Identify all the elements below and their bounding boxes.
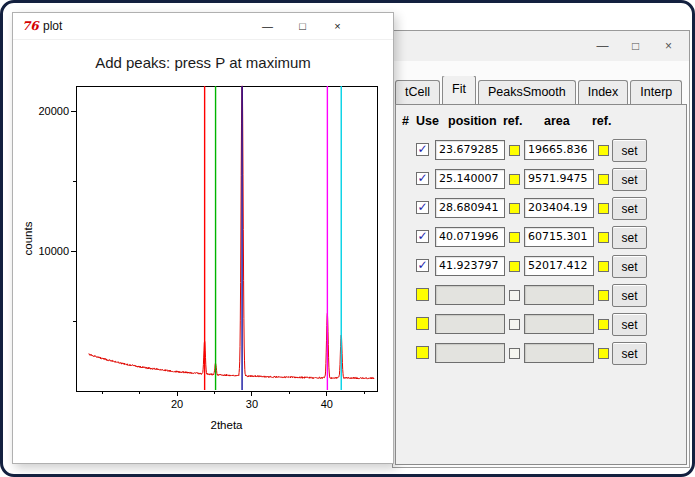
- x-axis-label: 2theta: [211, 419, 244, 431]
- table-row: ✓25.1400079571.9475set: [396, 165, 686, 194]
- close-icon[interactable]: ×: [320, 13, 355, 39]
- position-field[interactable]: 25.140007: [435, 169, 505, 189]
- position-field[interactable]: [435, 314, 505, 334]
- tab-fit[interactable]: Fit: [442, 76, 476, 104]
- position-field[interactable]: 40.071996: [435, 227, 505, 247]
- set-button[interactable]: set: [612, 197, 647, 220]
- screenshot-frame: — □ × tCellFitPeaksSmoothIndexInterp # U…: [0, 0, 695, 477]
- use-checkbox[interactable]: ✓: [416, 230, 429, 243]
- table-row: ✓41.92379752017.412set: [396, 252, 686, 281]
- position-refine-checkbox[interactable]: [509, 290, 520, 301]
- x-tick-label: 30: [246, 398, 258, 410]
- area-field[interactable]: 9571.9475: [524, 169, 594, 189]
- plot-window: 76 plot — □ × Add peaks: press P at maxi…: [12, 12, 394, 464]
- position-field[interactable]: 23.679285: [435, 140, 505, 160]
- xrd-plot[interactable]: 20304010000200002thetacounts: [18, 73, 390, 459]
- maximize-icon[interactable]: □: [285, 13, 320, 39]
- y-tick-label: 20000: [38, 105, 69, 117]
- plot-window-titlebar: 76 plot — □ ×: [13, 13, 393, 40]
- fit-window-titlebar: — □ ×: [393, 31, 689, 61]
- set-button[interactable]: set: [612, 342, 647, 365]
- use-checkbox[interactable]: [416, 288, 429, 301]
- use-checkbox[interactable]: [416, 346, 429, 359]
- table-header: # Use position ref. area ref.: [396, 105, 686, 135]
- use-checkbox[interactable]: ✓: [416, 172, 429, 185]
- col-header-area-ref: ref.: [592, 114, 611, 128]
- y-axis-label: counts: [22, 221, 34, 255]
- minimize-icon[interactable]: —: [586, 31, 619, 61]
- maximize-icon[interactable]: □: [619, 31, 652, 61]
- area-field[interactable]: [524, 343, 594, 363]
- area-field[interactable]: 203404.19: [524, 198, 594, 218]
- position-refine-checkbox[interactable]: [509, 232, 520, 243]
- table-row: set: [396, 281, 686, 310]
- plot-heading: Add peaks: press P at maximum: [13, 54, 393, 71]
- fit-window-body: tCellFitPeaksSmoothIndexInterp # Use pos…: [393, 61, 689, 467]
- area-field[interactable]: 60715.301: [524, 227, 594, 247]
- set-button[interactable]: set: [612, 255, 647, 278]
- col-header-position: position: [448, 114, 497, 128]
- position-field[interactable]: [435, 343, 505, 363]
- tk-feather-icon: 76: [22, 18, 39, 34]
- area-field[interactable]: 19665.836: [524, 140, 594, 160]
- position-field[interactable]: [435, 285, 505, 305]
- peak-rows: ✓23.67928519665.836set✓25.1400079571.947…: [396, 136, 686, 368]
- position-refine-checkbox[interactable]: [509, 319, 520, 330]
- minimize-icon[interactable]: —: [250, 13, 285, 39]
- position-refine-checkbox[interactable]: [509, 348, 520, 359]
- x-tick-label: 40: [321, 398, 333, 410]
- fit-window: — □ × tCellFitPeaksSmoothIndexInterp # U…: [392, 30, 690, 468]
- tab-interp[interactable]: Interp: [630, 80, 682, 104]
- plot-window-title: plot: [43, 13, 62, 39]
- col-header-position-ref: ref.: [503, 114, 522, 128]
- tab-bar: tCellFitPeaksSmoothIndexInterp: [395, 76, 689, 104]
- use-checkbox[interactable]: ✓: [416, 259, 429, 272]
- table-row: ✓40.07199660715.301set: [396, 223, 686, 252]
- position-refine-checkbox[interactable]: [509, 203, 520, 214]
- position-field[interactable]: 28.680941: [435, 198, 505, 218]
- area-refine-checkbox[interactable]: [598, 319, 609, 330]
- notebook-page: # Use position ref. area ref. ✓23.679285…: [395, 104, 687, 465]
- tab-index[interactable]: Index: [578, 80, 629, 104]
- tab-peakssmooth[interactable]: PeaksSmooth: [478, 80, 576, 104]
- use-checkbox[interactable]: [416, 317, 429, 330]
- plot-window-controls: — □ ×: [250, 13, 355, 39]
- table-row: set: [396, 339, 686, 368]
- area-field[interactable]: 52017.412: [524, 256, 594, 276]
- area-refine-checkbox[interactable]: [598, 203, 609, 214]
- table-row: set: [396, 310, 686, 339]
- close-icon[interactable]: ×: [652, 31, 685, 61]
- area-refine-checkbox[interactable]: [598, 290, 609, 301]
- area-refine-checkbox[interactable]: [598, 232, 609, 243]
- area-refine-checkbox[interactable]: [598, 174, 609, 185]
- position-refine-checkbox[interactable]: [509, 174, 520, 185]
- set-button[interactable]: set: [612, 168, 647, 191]
- set-button[interactable]: set: [612, 139, 647, 162]
- col-header-number: #: [402, 114, 409, 128]
- table-row: ✓23.67928519665.836set: [396, 136, 686, 165]
- area-field[interactable]: [524, 314, 594, 334]
- position-refine-checkbox[interactable]: [509, 145, 520, 156]
- area-refine-checkbox[interactable]: [598, 261, 609, 272]
- set-button[interactable]: set: [612, 284, 647, 307]
- position-field[interactable]: 41.923797: [435, 256, 505, 276]
- use-checkbox[interactable]: ✓: [416, 143, 429, 156]
- use-checkbox[interactable]: ✓: [416, 201, 429, 214]
- plot-area: [76, 86, 377, 391]
- table-row: ✓28.680941203404.19set: [396, 194, 686, 223]
- y-tick-label: 10000: [38, 245, 69, 257]
- set-button[interactable]: set: [612, 313, 647, 336]
- area-refine-checkbox[interactable]: [598, 145, 609, 156]
- position-refine-checkbox[interactable]: [509, 261, 520, 272]
- area-field[interactable]: [524, 285, 594, 305]
- col-header-use: Use: [416, 114, 439, 128]
- set-button[interactable]: set: [612, 226, 647, 249]
- col-header-area: area: [544, 114, 570, 128]
- fit-window-controls: — □ ×: [586, 31, 685, 61]
- x-tick-label: 20: [171, 398, 183, 410]
- area-refine-checkbox[interactable]: [598, 348, 609, 359]
- tab-tcell[interactable]: tCell: [395, 80, 440, 104]
